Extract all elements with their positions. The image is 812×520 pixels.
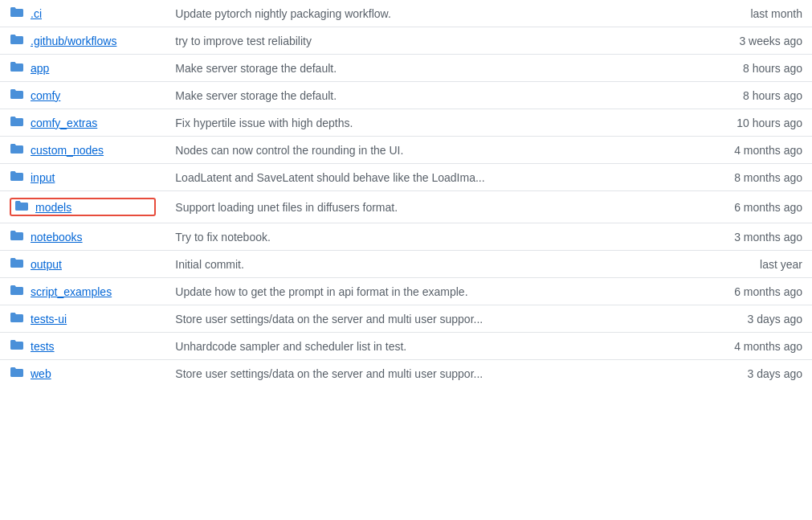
- commit-age: 3 days ago: [663, 305, 812, 333]
- commit-age: 3 weeks ago: [663, 27, 812, 55]
- commit-message: Initial commit.: [165, 251, 663, 278]
- table-row: notebooksTry to fix notebook.3 months ag…: [0, 223, 812, 251]
- file-name-link[interactable]: output: [31, 258, 62, 271]
- commit-age: last year: [663, 251, 812, 278]
- commit-message: try to improve test reliability: [165, 27, 663, 55]
- folder-icon: [10, 312, 24, 326]
- commit-age: 3 days ago: [663, 360, 812, 387]
- commit-message: LoadLatent and SaveLatent should behave …: [165, 164, 663, 191]
- table-row: testsUnhardcode sampler and scheduler li…: [0, 333, 812, 360]
- commit-age: 10 hours ago: [663, 109, 812, 137]
- table-row: custom_nodesNodes can now control the ro…: [0, 137, 812, 164]
- commit-age: last month: [663, 0, 812, 27]
- commit-age: 3 months ago: [663, 223, 812, 251]
- commit-message: Try to fix notebook.: [165, 223, 663, 251]
- commit-message: Make server storage the default.: [165, 82, 663, 109]
- commit-message: Unhardcode sampler and scheduler list in…: [165, 333, 663, 360]
- table-row: outputInitial commit.last year: [0, 251, 812, 278]
- commit-message: Update pytorch nightly packaging workflo…: [165, 0, 663, 27]
- commit-message: Nodes can now control the rounding in th…: [165, 137, 663, 164]
- commit-message: Update how to get the prompt in api form…: [165, 278, 663, 305]
- table-row: tests-uiStore user settings/data on the …: [0, 305, 812, 333]
- folder-icon: [10, 257, 24, 271]
- table-row: inputLoadLatent and SaveLatent should be…: [0, 164, 812, 191]
- table-row: webStore user settings/data on the serve…: [0, 360, 812, 387]
- folder-icon: [10, 230, 24, 244]
- commit-message: Support loading unet files in diffusers …: [165, 191, 663, 223]
- folder-icon: [10, 34, 24, 47]
- folder-icon: [10, 285, 24, 298]
- commit-message: Fix hypertile issue with high depths.: [165, 109, 663, 137]
- file-name-link[interactable]: tests: [31, 340, 55, 353]
- file-listing-table: .ciUpdate pytorch nightly packaging work…: [0, 0, 812, 387]
- commit-message: Store user settings/data on the server a…: [165, 360, 663, 387]
- file-name-link[interactable]: .ci: [31, 7, 42, 20]
- table-row: comfy_extrasFix hypertile issue with hig…: [0, 109, 812, 137]
- file-name-link[interactable]: input: [31, 171, 55, 184]
- file-name-link[interactable]: comfy: [31, 89, 60, 102]
- file-name-link[interactable]: custom_nodes: [31, 144, 104, 157]
- file-name-link[interactable]: script_examples: [31, 285, 112, 298]
- file-name-link[interactable]: web: [31, 367, 51, 380]
- commit-age: 8 hours ago: [663, 55, 812, 82]
- folder-icon: [10, 61, 24, 75]
- commit-message: Store user settings/data on the server a…: [165, 305, 663, 333]
- commit-age: 8 months ago: [663, 164, 812, 191]
- table-row: script_examplesUpdate how to get the pro…: [0, 278, 812, 305]
- folder-icon: [10, 88, 24, 102]
- file-name-link[interactable]: tests-ui: [31, 313, 67, 326]
- commit-age: 6 months ago: [663, 278, 812, 305]
- file-name-link[interactable]: .github/workflows: [31, 35, 116, 47]
- file-name-link[interactable]: app: [31, 62, 49, 75]
- table-row: .ciUpdate pytorch nightly packaging work…: [0, 0, 812, 27]
- folder-icon: [10, 6, 24, 20]
- folder-icon: [10, 143, 24, 157]
- table-row: comfyMake server storage the default.8 h…: [0, 82, 812, 109]
- file-name-link[interactable]: notebooks: [31, 231, 83, 244]
- folder-icon: [10, 366, 24, 380]
- folder-icon: [14, 200, 29, 214]
- commit-age: 4 months ago: [663, 137, 812, 164]
- commit-age: 8 hours ago: [663, 82, 812, 109]
- folder-icon: [10, 170, 24, 184]
- commit-age: 4 months ago: [663, 333, 812, 360]
- file-name-link[interactable]: comfy_extras: [31, 117, 97, 129]
- folder-icon: [10, 339, 24, 353]
- commit-message: Make server storage the default.: [165, 55, 663, 82]
- table-row: .github/workflowstry to improve test rel…: [0, 27, 812, 55]
- commit-age: 6 months ago: [663, 191, 812, 223]
- table-row: appMake server storage the default.8 hou…: [0, 55, 812, 82]
- file-name-link[interactable]: models: [35, 201, 71, 214]
- folder-icon: [10, 116, 24, 129]
- table-row: modelsSupport loading unet files in diff…: [0, 191, 812, 223]
